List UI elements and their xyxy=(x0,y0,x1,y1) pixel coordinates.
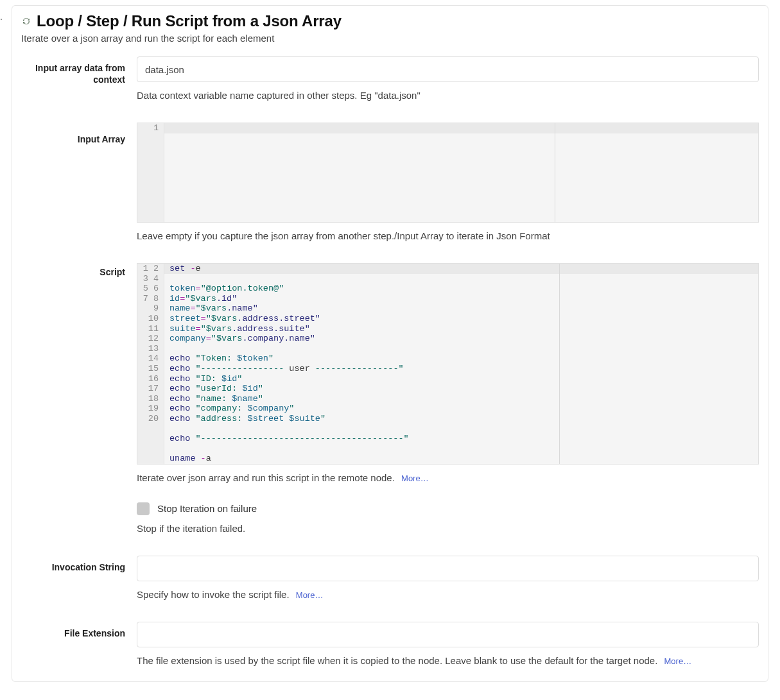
help-script: Iterate over json array and run this scr… xyxy=(137,472,759,483)
input-array-data-field[interactable] xyxy=(137,56,759,82)
label-script: Script xyxy=(21,263,137,278)
help-script-text: Iterate over json array and run this scr… xyxy=(137,472,395,483)
file-extension-field[interactable] xyxy=(137,622,759,647)
loop-icon xyxy=(21,16,31,26)
label-input-array: Input Array xyxy=(21,123,137,146)
label-input-data: Input array data from context xyxy=(21,56,137,85)
help-stop-iteration: Stop if the iteration failed. xyxy=(137,523,759,534)
page-subtitle: Iterate over a json array and run the sc… xyxy=(21,33,759,44)
row-input-array: Input Array 1 Leave empty if you capture… xyxy=(21,123,759,241)
stop-iteration-row: Stop Iteration on failure xyxy=(137,502,759,515)
script-editor[interactable]: 1 2 3 4 5 6 7 8 9 10 11 12 13 14 15 16 1… xyxy=(137,263,759,465)
file-ext-more-link[interactable]: More… xyxy=(664,656,692,666)
help-invocation: Specify how to invoke the script file. M… xyxy=(137,589,759,600)
row-invocation: Invocation String Specify how to invoke … xyxy=(21,556,759,600)
row-input-data: Input array data from context Data conte… xyxy=(21,56,759,101)
step-editor-panel: Loop / Step / Run Script from a Json Arr… xyxy=(12,5,768,682)
invocation-more-link[interactable]: More… xyxy=(296,590,324,600)
row-script: Script 1 2 3 4 5 6 7 8 9 10 11 12 13 14 … xyxy=(21,263,759,534)
stop-iteration-checkbox[interactable] xyxy=(137,502,150,515)
help-input-data: Data context variable name captured in o… xyxy=(137,90,759,101)
panel-header: Loop / Step / Run Script from a Json Arr… xyxy=(21,12,759,30)
help-file-ext-text: The file extension is used by the script… xyxy=(137,655,657,666)
script-more-link[interactable]: More… xyxy=(401,474,429,483)
page-corner-marker: . xyxy=(0,12,3,22)
stop-iteration-label: Stop Iteration on failure xyxy=(157,503,257,514)
help-invocation-text: Specify how to invoke the script file. xyxy=(137,589,290,600)
input-array-editor[interactable]: 1 xyxy=(137,123,759,223)
help-input-array: Leave empty if you capture the json arra… xyxy=(137,230,759,241)
label-file-extension: File Extension xyxy=(21,622,137,640)
help-file-extension: The file extension is used by the script… xyxy=(137,655,759,666)
row-file-extension: File Extension The file extension is use… xyxy=(21,622,759,666)
label-invocation: Invocation String xyxy=(21,556,137,574)
page-title: Loop / Step / Run Script from a Json Arr… xyxy=(37,12,342,30)
invocation-string-field[interactable] xyxy=(137,556,759,581)
